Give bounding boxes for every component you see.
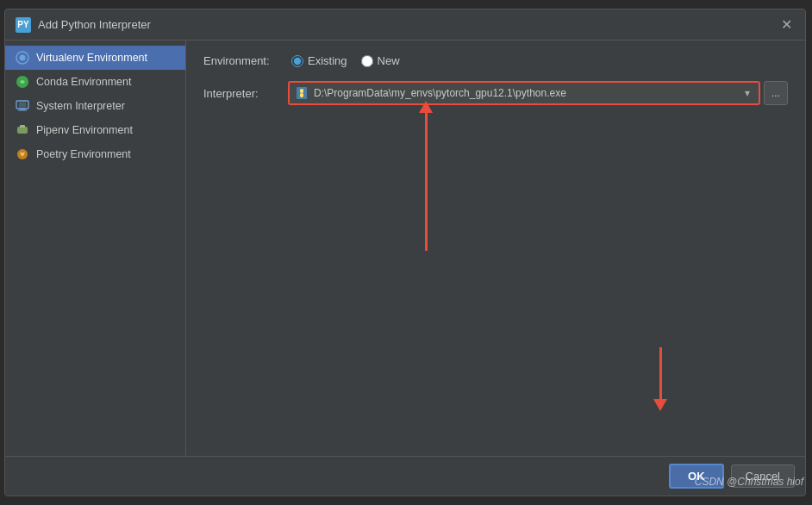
- arrow-line-up: [425, 113, 428, 251]
- sidebar-item-virtualenv-label: Virtualenv Environment: [36, 52, 147, 64]
- title-bar: PY Add Python Interpreter ✕: [5, 9, 805, 41]
- radio-existing-input[interactable]: [291, 55, 303, 67]
- interpreter-field-wrapper: D:\ProgramData\my_envs\pytorch_gpu12.1\p…: [288, 81, 788, 105]
- poetry-icon: [16, 147, 29, 161]
- sidebar-item-pipenv[interactable]: Pipenv Environment: [5, 118, 185, 142]
- arrow-head-down: [653, 399, 667, 411]
- interpreter-label: Interpreter:: [203, 87, 281, 100]
- sidebar-item-poetry-label: Poetry Environment: [36, 148, 131, 160]
- ok-button[interactable]: OK: [669, 464, 724, 489]
- radio-existing-option[interactable]: Existing: [291, 54, 347, 67]
- svg-rect-8: [20, 125, 25, 128]
- title-bar-left: PY Add Python Interpreter: [16, 17, 151, 33]
- dialog-icon: PY: [16, 17, 31, 33]
- interpreter-dropdown-button[interactable]: ▾: [741, 87, 753, 99]
- main-content: Environment: Existing New Interpreter:: [186, 41, 805, 456]
- svg-rect-7: [17, 127, 28, 134]
- radio-new-label: New: [378, 54, 400, 67]
- radio-new-option[interactable]: New: [361, 54, 400, 67]
- python-file-icon: [295, 86, 309, 100]
- dialog-title: Add Python Interpreter: [38, 18, 151, 31]
- svg-rect-6: [18, 110, 27, 111]
- svg-rect-4: [19, 103, 26, 108]
- svg-rect-5: [20, 109, 25, 110]
- sidebar-item-conda[interactable]: Conda Environment: [5, 70, 185, 94]
- pipenv-icon: [16, 123, 29, 137]
- annotation-arrow-bottom: [653, 347, 667, 411]
- interpreter-row: Interpreter: D:\ProgramData\my_envs\pyto…: [203, 81, 788, 105]
- sidebar: Virtualenv Environment Conda Environment: [5, 41, 186, 456]
- environment-row: Environment: Existing New: [203, 54, 788, 67]
- radio-new-input[interactable]: [361, 55, 373, 67]
- add-interpreter-dialog: PY Add Python Interpreter ✕ Virtualenv E…: [4, 9, 806, 496]
- virtualenv-icon: [16, 51, 29, 65]
- sidebar-item-poetry[interactable]: Poetry Environment: [5, 142, 185, 166]
- interpreter-combo[interactable]: D:\ProgramData\my_envs\pytorch_gpu12.1\p…: [288, 81, 760, 105]
- arrow-line-bottom: [659, 347, 662, 399]
- sidebar-item-virtualenv[interactable]: Virtualenv Environment: [5, 46, 185, 70]
- dialog-body: Virtualenv Environment Conda Environment: [5, 41, 805, 456]
- radio-group: Existing New: [291, 54, 400, 67]
- interpreter-browse-button[interactable]: ...: [764, 81, 788, 105]
- system-icon: [16, 99, 29, 113]
- sidebar-item-system-label: System Interpreter: [36, 100, 125, 112]
- dialog-footer: OK Cancel: [5, 456, 805, 496]
- sidebar-item-conda-label: Conda Environment: [36, 76, 131, 88]
- close-button[interactable]: ✕: [778, 16, 795, 34]
- conda-icon: [16, 75, 29, 89]
- cancel-button[interactable]: Cancel: [731, 464, 795, 488]
- radio-existing-label: Existing: [308, 54, 347, 67]
- interpreter-path-text: D:\ProgramData\my_envs\pytorch_gpu12.1\p…: [314, 87, 736, 99]
- svg-point-1: [20, 55, 26, 61]
- sidebar-item-system[interactable]: System Interpreter: [5, 94, 185, 118]
- sidebar-item-pipenv-label: Pipenv Environment: [36, 124, 133, 136]
- environment-label: Environment:: [203, 54, 281, 67]
- annotation-arrow-up: [419, 101, 433, 251]
